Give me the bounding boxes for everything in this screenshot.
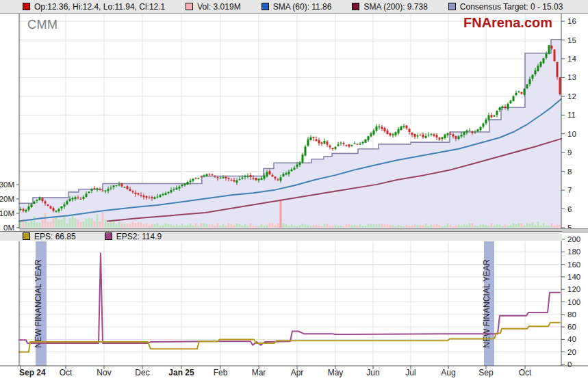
candle-body	[425, 136, 427, 138]
candle-body	[537, 66, 539, 71]
volume-bar	[88, 218, 90, 228]
volume-bar	[521, 224, 523, 228]
candle-body	[455, 136, 457, 138]
volume-bar	[274, 225, 277, 228]
volume-bar	[499, 224, 501, 228]
volume-bar	[283, 224, 285, 228]
volume-bar	[554, 226, 556, 228]
candle-body	[86, 194, 88, 197]
eps-legend-item-eps: EPS: 66.85	[23, 232, 76, 241]
candle-body	[395, 132, 397, 135]
x-axis-label: Sep	[478, 368, 494, 377]
eps-legend-item-eps2: EPS2: 114.9	[105, 232, 162, 241]
volume-bar	[253, 226, 255, 228]
candle-body	[403, 126, 405, 128]
candle-body	[25, 210, 27, 211]
volume-bar	[288, 226, 290, 228]
volume-bar	[400, 226, 402, 228]
candle-body	[474, 132, 476, 133]
volume-bar	[212, 224, 214, 228]
candle-body	[521, 92, 523, 94]
volume-bar	[535, 225, 537, 228]
x-axis-label: Jun	[366, 368, 379, 377]
volume-bar	[324, 224, 326, 228]
volume-bar	[337, 226, 340, 228]
volume-bar	[370, 224, 372, 228]
candle-body	[526, 84, 528, 88]
candle-body	[337, 144, 340, 146]
volume-bar	[379, 224, 381, 228]
volume-bar	[318, 226, 320, 228]
candle-body	[203, 176, 205, 177]
volume-bar	[236, 224, 238, 228]
volume-bar	[502, 226, 504, 228]
candle-body	[69, 199, 71, 201]
new-financial-year-label: NEW FINANCIAL YEAR	[482, 259, 491, 348]
candle-body	[168, 192, 170, 194]
candle-body	[231, 180, 233, 181]
candle-body	[222, 177, 225, 178]
volume-bar	[36, 222, 38, 228]
candle-body	[198, 178, 200, 178]
candle-body	[105, 191, 107, 191]
candle-body	[346, 145, 348, 146]
volume-bar	[61, 219, 63, 228]
volume-bar	[296, 226, 298, 228]
candle-body	[157, 197, 159, 198]
candle-body	[77, 198, 79, 198]
candle-body	[291, 170, 293, 172]
volume-bar	[285, 224, 287, 228]
candle-body	[376, 126, 378, 131]
volume-bar	[242, 226, 244, 228]
price-tick-label: 10	[567, 130, 576, 138]
volume-bar	[102, 212, 104, 228]
candle-body	[151, 197, 153, 198]
price-tick-label: 11	[567, 111, 576, 119]
candle-body	[310, 137, 312, 140]
candle-body	[332, 148, 334, 149]
volume-bar	[138, 222, 140, 228]
volume-bar	[192, 226, 194, 228]
volume-bar	[444, 226, 446, 228]
volume-bar	[376, 224, 378, 228]
volume-bar	[365, 226, 367, 228]
candle-body	[88, 191, 90, 193]
x-axis-label: Jul	[405, 368, 416, 377]
volume-bar	[184, 226, 186, 228]
volume-bar	[362, 226, 364, 228]
candle-body	[436, 135, 438, 137]
volume-bar	[392, 225, 394, 228]
candle-body	[184, 184, 186, 185]
candle-body	[50, 206, 52, 209]
volume-bar	[124, 224, 126, 228]
volume-bar	[313, 225, 315, 228]
candle-body	[39, 198, 41, 200]
volume-bar	[469, 223, 471, 228]
volume-bar	[195, 224, 197, 228]
candle-body	[387, 131, 389, 134]
candle-body	[348, 144, 350, 146]
x-axis-label: Oct	[60, 368, 73, 377]
candle-body	[307, 139, 309, 146]
candle-body	[480, 127, 482, 130]
volume-bar	[411, 225, 413, 228]
candle-body	[149, 198, 151, 198]
x-axis-label: Mar	[252, 368, 266, 377]
candle-body	[411, 133, 413, 135]
volume-bar	[559, 225, 561, 228]
new-financial-year-label: NEW FINANCIAL YEAR	[34, 259, 43, 348]
candle-body	[176, 188, 178, 190]
volume-bar	[190, 224, 192, 228]
candle-body	[406, 125, 408, 128]
candle-body	[135, 193, 137, 194]
candle-body	[494, 116, 496, 117]
candle-body	[513, 96, 515, 101]
volume-bar	[220, 226, 222, 228]
volume-bar	[398, 225, 400, 228]
candle-body	[192, 179, 194, 181]
volume-bar	[513, 223, 515, 228]
candle-body	[444, 134, 446, 138]
volume-bar	[450, 225, 452, 228]
volume-bar	[47, 222, 49, 228]
price-tick-label: 9	[567, 148, 572, 157]
